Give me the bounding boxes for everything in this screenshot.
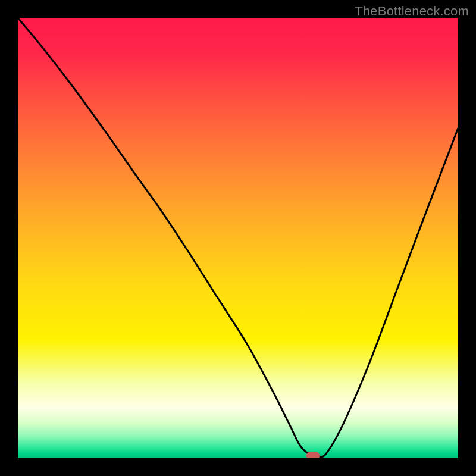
watermark-text: TheBottleneck.com: [355, 4, 469, 19]
plot-area: [18, 18, 458, 458]
curve-layer: [18, 18, 458, 458]
bottleneck-curve: [18, 18, 458, 457]
chart-frame: TheBottleneck.com: [0, 0, 476, 476]
optimal-point-marker: [306, 452, 320, 458]
